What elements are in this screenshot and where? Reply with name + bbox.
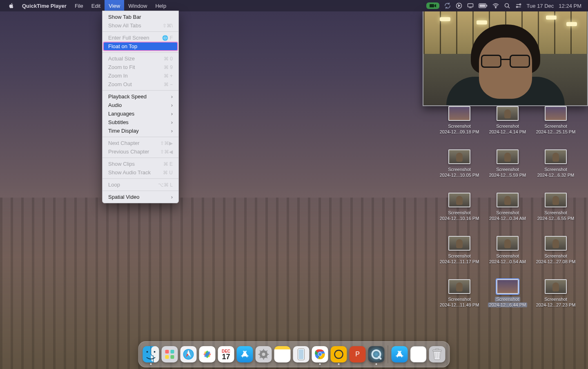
play-icon[interactable] [453, 2, 465, 9]
desktop-file[interactable]: Screenshot2024-12...25.15 PM [532, 105, 580, 149]
dock: DEC17P [138, 341, 450, 367]
menu-item-float-on-top[interactable]: Float on Top [103, 42, 178, 51]
menu-item-audio[interactable]: Audio› [102, 101, 178, 109]
camera-active-indicator[interactable] [424, 2, 442, 9]
menu-item-show-all-tabs: Show All Tabs⇧⌘\ [102, 21, 178, 30]
menu-item-shortcut: ⌘ E [163, 161, 173, 167]
menu-item-enter-full-screen: Enter Full Screen🌐 F [102, 33, 178, 42]
file-thumbnail [545, 236, 567, 251]
svg-rect-5 [486, 5, 487, 7]
svg-rect-17 [171, 355, 174, 359]
desktop-file[interactable]: Screenshot2024-12...09.18 PM [435, 105, 483, 149]
desktop-file[interactable]: Screenshot2024-12...27.23 PM [532, 278, 580, 322]
menu-item-playback-speed[interactable]: Playback Speed› [102, 92, 178, 101]
dock-powerpoint[interactable]: P [350, 346, 366, 362]
dock-system-settings[interactable] [256, 346, 272, 362]
file-label: Screenshot2024-12...5.59 PM [489, 167, 526, 178]
svg-rect-30 [263, 358, 264, 360]
svg-rect-11 [151, 346, 159, 362]
dock-trash[interactable] [429, 346, 445, 362]
spotlight-icon[interactable] [501, 2, 513, 9]
view-menu-dropdown: Show Tab BarShow All Tabs⇧⌘\Enter Full S… [102, 11, 179, 203]
file-thumbnail [497, 193, 519, 207]
dock-quicktime[interactable] [368, 346, 385, 362]
file-label: Screenshot2024-12...25.15 PM [536, 123, 576, 135]
desktop-file[interactable]: Screenshot2024-12...0.34 AM [483, 192, 532, 235]
file-thumbnail [497, 279, 519, 294]
menu-item-zoom-to-fit: Zoom to Fit⌘ 9 [102, 63, 178, 71]
svg-rect-26 [263, 349, 264, 351]
desktop-file[interactable]: Screenshot2024-12...11.49 PM [435, 278, 483, 322]
control-center-icon[interactable] [513, 2, 524, 9]
svg-rect-16 [165, 355, 169, 359]
desktop-file[interactable]: Screenshot2024-12...6.44 PM [483, 278, 532, 322]
desktop-file[interactable]: Screenshot2024-12...27.08 PM [532, 235, 580, 278]
desktop-file[interactable]: Screenshot2024-12...11.17 PM [435, 235, 483, 278]
menu-help[interactable]: Help [151, 0, 170, 11]
desktop-file[interactable]: Screenshot2024-12...6.55 PM [532, 192, 580, 235]
desktop-file[interactable]: Screenshot2024-12...4.14 PM [483, 105, 532, 149]
menu-item-label: Audio [108, 102, 122, 108]
wifi-icon[interactable] [490, 2, 501, 9]
desktop-file[interactable]: Screenshot2024-12...5.59 PM [483, 149, 532, 192]
menu-item-languages[interactable]: Languages› [102, 109, 178, 118]
menu-item-subtitles[interactable]: Subtitles› [102, 118, 178, 127]
chevron-right-icon: › [171, 102, 173, 108]
menu-window[interactable]: Window [124, 0, 151, 11]
desktop-file[interactable]: Screenshot2024-12...10.05 PM [435, 149, 483, 192]
menu-view[interactable]: View [105, 0, 124, 11]
desktop-file[interactable]: Screenshot2024-12...10.16 PM [435, 192, 483, 235]
menu-item-previous-chapter: Previous Chapter⇧⌘◀ [102, 147, 178, 156]
dock-app-store-2[interactable] [392, 346, 408, 362]
sync-icon[interactable] [442, 2, 453, 9]
menu-item-shortcut: ⌘ + [164, 73, 173, 79]
menu-item-label: Actual Size [108, 56, 135, 62]
file-label: Screenshot2024-12...11.17 PM [440, 253, 479, 265]
svg-rect-28 [267, 354, 269, 355]
svg-rect-35 [299, 349, 304, 359]
display-icon[interactable] [465, 2, 476, 9]
menu-item-show-tab-bar[interactable]: Show Tab Bar [102, 13, 178, 21]
dock-iphone-mirroring[interactable] [293, 346, 310, 362]
desktop-file[interactable]: Screenshot2024-12...0.54 AM [483, 235, 532, 278]
menu-item-shortcut: ⌘ 0 [164, 56, 173, 62]
dock-notes[interactable] [274, 346, 291, 362]
menu-edit[interactable]: Edit [87, 0, 105, 11]
svg-point-6 [495, 7, 496, 8]
file-label: Screenshot2024-12...10.16 PM [440, 210, 479, 221]
menu-item-shortcut: ⇧⌘▶ [160, 140, 173, 146]
desktop-file[interactable]: Screenshot2024-12...6.32 PM [532, 149, 580, 192]
menu-item-shortcut: ⌘ 9 [164, 64, 173, 70]
menu-item-show-audio-track: Show Audio Track⌘ U [102, 168, 178, 177]
svg-point-9 [516, 6, 517, 7]
file-label: Screenshot2024-12...27.23 PM [536, 296, 576, 308]
dock-chrome[interactable] [312, 346, 328, 362]
menu-item-label: Previous Chapter [108, 149, 149, 155]
menu-item-time-display[interactable]: Time Display› [102, 127, 178, 135]
dock-textedit-doc[interactable] [410, 346, 427, 362]
battery-icon[interactable] [476, 2, 490, 9]
menubar-date[interactable]: Tue 17 Dec [524, 3, 557, 9]
file-label: Screenshot2024-12...10.05 PM [440, 167, 479, 178]
svg-rect-2 [469, 8, 472, 8]
file-thumbnail [448, 149, 470, 164]
menu-separator [102, 90, 178, 91]
menu-app-name[interactable]: QuickTime Player [18, 0, 71, 11]
menu-item-label: Show All Tabs [108, 22, 141, 29]
svg-point-8 [519, 4, 521, 5]
chevron-right-icon: › [171, 194, 173, 200]
menubar-time[interactable]: 12:24 PM [556, 3, 584, 9]
apple-menu[interactable] [4, 0, 18, 11]
menu-file[interactable]: File [71, 0, 87, 11]
dock-photos[interactable] [199, 346, 216, 362]
dock-finder[interactable] [143, 346, 159, 362]
dock-calendar[interactable]: DEC17 [218, 346, 234, 362]
dock-launchpad[interactable] [162, 346, 178, 362]
svg-point-12 [147, 351, 148, 353]
dock-safari[interactable] [180, 346, 197, 362]
dock-app-store[interactable] [237, 346, 253, 362]
file-thumbnail [448, 106, 470, 121]
movie-recording-window[interactable] [423, 11, 588, 106]
menu-item-spatial-video[interactable]: Spatial Video› [102, 193, 178, 201]
dock-amie[interactable] [331, 346, 347, 362]
